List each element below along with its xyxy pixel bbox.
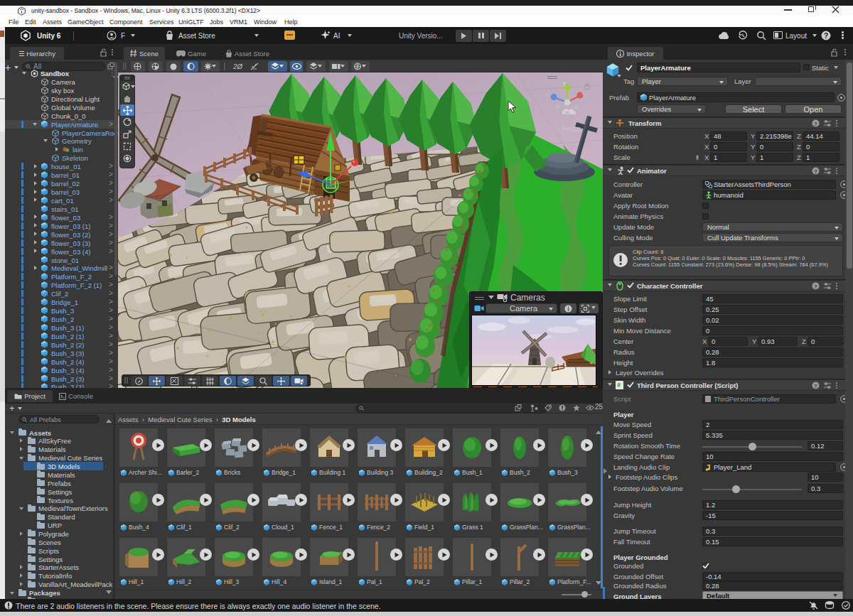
svg-text:?: ?: [814, 168, 817, 175]
svg-text:?: ?: [814, 383, 817, 389]
svg-text:?: ?: [824, 32, 828, 40]
svg-text:?: ?: [814, 121, 817, 127]
svg-text:?: ?: [814, 283, 817, 290]
